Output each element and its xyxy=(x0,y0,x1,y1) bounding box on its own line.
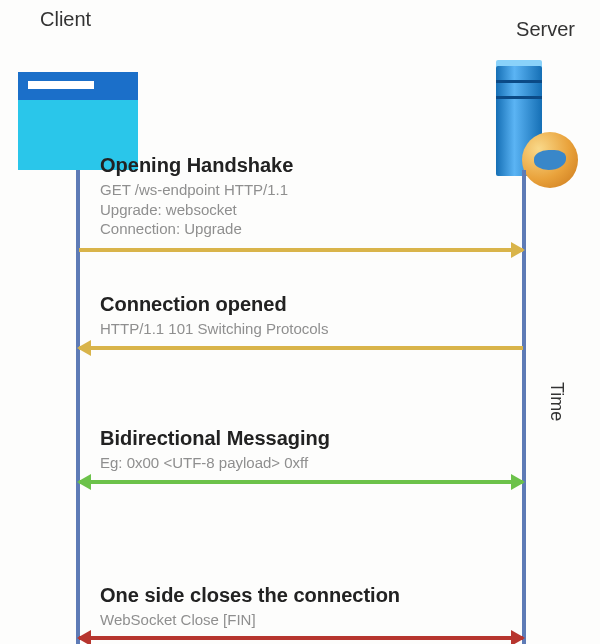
arrow-close xyxy=(79,636,523,640)
step-title: Connection opened xyxy=(100,293,500,316)
globe-icon xyxy=(522,132,578,188)
step-detail: WebSocket Close [FIN] xyxy=(100,610,500,630)
server-label: Server xyxy=(516,18,575,41)
step-messaging: Bidirectional Messaging Eg: 0x00 <UTF-8 … xyxy=(100,427,500,473)
step-detail: HTTP/1.1 101 Switching Protocols xyxy=(100,319,500,339)
step-title: Opening Handshake xyxy=(100,154,500,177)
step-handshake: Opening Handshake GET /ws-endpoint HTTP/… xyxy=(100,154,500,239)
step-close: One side closes the connection WebSocket… xyxy=(100,584,500,630)
arrow-messaging xyxy=(79,480,523,484)
step-detail: Eg: 0x00 <UTF-8 payload> 0xff xyxy=(100,453,500,473)
arrow-handshake xyxy=(79,248,523,252)
client-label: Client xyxy=(40,8,91,31)
step-title: One side closes the connection xyxy=(100,584,500,607)
step-title: Bidirectional Messaging xyxy=(100,427,500,450)
server-icon xyxy=(496,60,564,182)
time-axis-label: Time xyxy=(546,382,567,421)
step-detail: GET /ws-endpoint HTTP/1.1 Upgrade: webso… xyxy=(100,180,500,239)
step-opened: Connection opened HTTP/1.1 101 Switching… xyxy=(100,293,500,339)
arrow-opened xyxy=(79,346,523,350)
client-lifeline xyxy=(76,170,80,644)
